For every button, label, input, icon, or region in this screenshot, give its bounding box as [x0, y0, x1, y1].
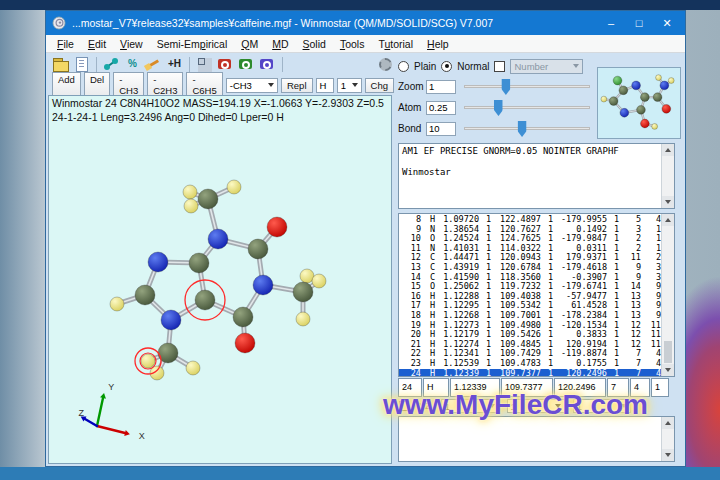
number-combobox[interactable]: Number [510, 59, 583, 74]
close-button[interactable]: ✕ [653, 12, 681, 34]
toolbar-separator [282, 57, 283, 72]
scroll-down-icon[interactable] [662, 196, 674, 208]
count-combobox[interactable]: 1 [337, 78, 362, 93]
camera-blue-icon[interactable] [259, 56, 276, 72]
view-sliders: Zoom1Atom0.25Bond10 [398, 77, 594, 141]
replace-button[interactable]: Repl [281, 78, 313, 93]
menu-bar: FileEditViewSemi-EmpiricalQMMDSolidTools… [46, 35, 685, 53]
status-info: Winmostar 24 C8N4H10O2 MASS=194.19 X=-1.… [52, 97, 384, 124]
caffeine-molecule-drawing: YXZ [49, 96, 392, 464]
atom-slider[interactable] [464, 106, 590, 109]
status-line-1: Winmostar 24 C8N4H10O2 MASS=194.19 X=-1.… [52, 97, 384, 111]
scrollbar-thumb[interactable] [664, 341, 672, 363]
tile-view-icon[interactable] [196, 56, 213, 72]
edit-cell-7[interactable]: 1 [651, 378, 669, 397]
desktop-top-strip [0, 0, 720, 10]
bond-slider-row: Bond10 [398, 119, 594, 138]
atom-label: Atom [398, 102, 426, 113]
zoom-slider-row: Zoom1 [398, 77, 594, 96]
bond-slider-thumb[interactable] [518, 121, 527, 137]
title-bar[interactable]: ...mostar_V7¥release32¥samples¥caffeine.… [46, 11, 685, 35]
taskbar[interactable] [0, 467, 720, 480]
chevron-down-icon [349, 79, 361, 92]
svg-text:Z: Z [78, 408, 84, 418]
zoom-slider-thumb[interactable] [501, 79, 510, 95]
fragment-combobox[interactable]: -CH3 [226, 78, 278, 93]
desktop: ...mostar_V7¥release32¥samples¥caffeine.… [0, 0, 720, 480]
normal-label: Normal [457, 61, 489, 72]
number-checkbox[interactable] [494, 61, 505, 72]
bond-input[interactable]: 10 [426, 122, 456, 136]
svg-text:Y: Y [108, 382, 114, 392]
settings-gear-icon[interactable] [377, 56, 394, 72]
bond-slider[interactable] [464, 127, 590, 130]
table-row[interactable]: 24H1.123391109.73771120.2496174 [399, 369, 661, 377]
normal-radio[interactable] [441, 61, 452, 72]
scroll-up-icon[interactable] [662, 214, 674, 226]
scroll-up-icon[interactable] [662, 417, 674, 429]
bottom-scrollbar[interactable] [661, 417, 674, 461]
bond-tool-icon[interactable] [103, 56, 120, 72]
chevron-down-icon [570, 60, 582, 73]
camera-green-icon[interactable] [238, 56, 255, 72]
charge-button[interactable]: Chg [365, 78, 394, 93]
menu-item-tools[interactable]: Tools [333, 35, 372, 53]
zmatrix-table: 8H1.097201122.48971-179.99551549N1.38654… [398, 213, 675, 377]
open-folder-icon[interactable] [52, 56, 69, 72]
table-scrollbar[interactable] [661, 214, 674, 376]
menu-item-semi-empirical[interactable]: Semi-Empirical [150, 35, 235, 53]
left-panel: %+H AddDel-CH3-C2H3-C6H5 -CH3 Repl H 1 C… [46, 53, 394, 466]
camera-red-icon[interactable] [217, 56, 234, 72]
menu-item-md[interactable]: MD [265, 35, 295, 53]
molecule-preview [597, 67, 681, 139]
toolbar-separator [189, 57, 190, 72]
toolbar-separator [96, 57, 97, 72]
zoom-label: Zoom [398, 81, 426, 92]
keyword-box[interactable]: AM1 EF PRECISE GNORM=0.05 NOINTER GRAPHF… [398, 143, 675, 209]
window-title: ...mostar_V7¥release32¥samples¥caffeine.… [72, 17, 597, 29]
preview-molecule-drawing [598, 68, 680, 138]
scroll-down-icon[interactable] [662, 449, 674, 461]
bond-label: Bond [398, 123, 426, 134]
bottom-panel [398, 416, 675, 462]
scroll-up-icon[interactable] [662, 144, 674, 156]
status-line-2: 24-1-24-1 Leng=3.2496 Ang=0 Dihed=0 Lper… [52, 111, 384, 125]
menu-item-help[interactable]: Help [420, 35, 456, 53]
zoom-input[interactable]: 1 [426, 80, 456, 94]
atom-input[interactable]: 0.25 [426, 101, 456, 115]
plain-radio[interactable] [398, 61, 409, 72]
atom-slider-thumb[interactable] [494, 100, 503, 116]
percent-tool-icon[interactable]: % [124, 56, 141, 72]
molecule-canvas[interactable]: Winmostar 24 C8N4H10O2 MASS=194.19 X=-1.… [48, 95, 392, 464]
save-file-icon[interactable] [73, 56, 90, 72]
maximize-button[interactable]: □ [625, 12, 653, 34]
minimize-button[interactable]: – [597, 12, 625, 34]
menu-item-edit[interactable]: Edit [81, 35, 113, 53]
element-input[interactable]: H [316, 78, 334, 93]
edit-toolbar: AddDel-CH3-C2H3-C6H5 -CH3 Repl H 1 Chg [46, 75, 394, 95]
zoom-slider[interactable] [464, 85, 590, 88]
svg-text:X: X [139, 431, 145, 441]
add-hydrogen-icon[interactable]: +H [166, 56, 183, 72]
scroll-down-icon[interactable] [662, 364, 674, 376]
chevron-down-icon [265, 79, 277, 92]
menu-item-solid[interactable]: Solid [296, 35, 333, 53]
winmostar-logo-icon [52, 16, 66, 30]
menu-item-tutorial[interactable]: Tutorial [371, 35, 420, 53]
watermark: www.MyFileCR.com [383, 389, 648, 421]
menu-item-qm[interactable]: QM [234, 35, 265, 53]
clean-broom-icon[interactable] [145, 56, 162, 72]
menu-item-file[interactable]: File [50, 35, 81, 53]
plain-label: Plain [414, 61, 436, 72]
keyword-scrollbar[interactable] [661, 144, 674, 208]
menu-item-view[interactable]: View [113, 35, 150, 53]
atom-slider-row: Atom0.25 [398, 98, 594, 117]
